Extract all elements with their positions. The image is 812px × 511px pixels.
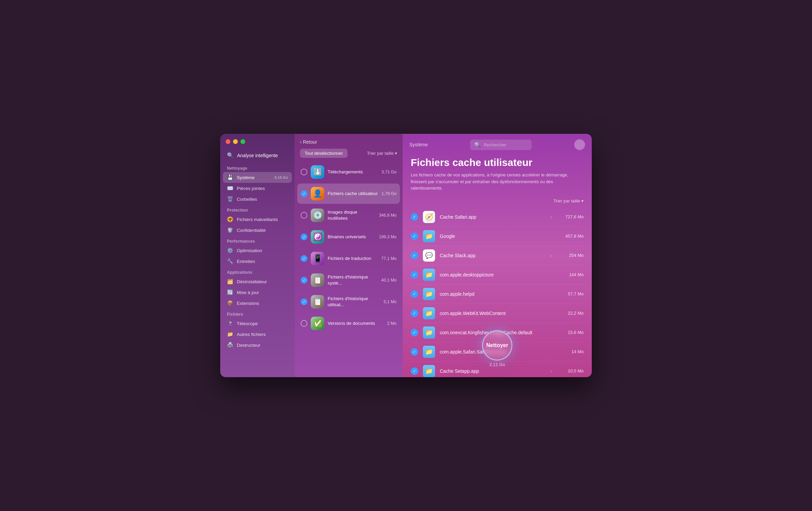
check-safebrowsing[interactable]: ✓ (411, 348, 418, 356)
sidebar-item-corbeilles[interactable]: 🗑️ Corbeilles (223, 194, 292, 204)
binaires-icon: ☯️ (311, 230, 324, 244)
back-button[interactable]: ‹ Retour (300, 139, 317, 145)
optimisation-label: Optimisation (237, 248, 262, 253)
maximize-button[interactable] (240, 139, 245, 144)
detail-item-slack[interactable]: ✓ 💬 Cache Slack.app › 254 Mo (411, 246, 584, 265)
sidebar-item-destructeur[interactable]: 🖨️ Destructeur (223, 340, 292, 350)
extensions-label: Extensions (237, 301, 259, 306)
check-historique-sys[interactable]: ✓ (301, 277, 307, 284)
destructeur-label: Destructeur (237, 343, 260, 348)
sidebar-item-optimisation[interactable]: ⚙️ Optimisation (223, 245, 292, 256)
safebrowsing-size: 14 Mo (557, 349, 584, 354)
check-historique-user[interactable]: ✓ (301, 298, 307, 305)
detail-item-desktoppicture[interactable]: ✓ 📁 com.apple.desktoppicture 144 Mo (411, 265, 584, 285)
systeme-label: Système (237, 175, 255, 180)
check-slack[interactable]: ✓ (411, 252, 418, 259)
close-button[interactable] (226, 139, 230, 144)
setapp-arrow-icon: › (550, 368, 552, 374)
avatar-button[interactable] (574, 139, 585, 150)
telechargements-icon: ⬇️ (311, 165, 324, 179)
list-item-binaires[interactable]: ✓ ☯️ Binaires universels 199,3 Mo (297, 227, 400, 247)
list-item-historique-user[interactable]: ✓ 📋 Fichiers d'historique utilisat... 5,… (297, 292, 400, 312)
sidebar-item-smart-scan[interactable]: 🔍 Analyse intelligente (223, 149, 292, 161)
list-item-versions-docs[interactable]: ✅ Versions de documents 2 Mo (297, 313, 400, 334)
sidebar-item-autres-fichiers[interactable]: 📁 Autres fichiers (223, 329, 292, 340)
fichiers-cache-size: 1,79 Go (382, 191, 397, 196)
sort-button[interactable]: Trier par taille ▾ (367, 151, 397, 156)
minimize-button[interactable] (233, 139, 238, 144)
versions-docs-label: Versions de documents (328, 320, 384, 326)
corbeilles-icon: 🗑️ (227, 196, 233, 202)
destructeur-icon: 🖨️ (227, 342, 233, 348)
telechargements-label: Téléchargements (328, 169, 378, 175)
safebrowsing-icon: 📁 (423, 346, 435, 358)
versions-docs-size: 2 Mo (387, 321, 397, 326)
detail-item-google[interactable]: ✓ 📁 Google 457,8 Mo (411, 227, 584, 246)
clean-button[interactable]: Nettoyer (482, 330, 512, 361)
sidebar-item-malveillants[interactable]: ☣️ Fichiers malveillants (223, 214, 292, 225)
check-safari[interactable]: ✓ (411, 213, 418, 221)
helpd-icon: 📁 (423, 288, 435, 300)
telescope-label: Télescope (237, 321, 258, 326)
list-item-historique-sys[interactable]: ✓ 📋 Fichiers d'historique systè... 40,1 … (297, 270, 400, 290)
binaires-label: Binaires universels (328, 234, 376, 240)
historique-user-label: Fichiers d'historique utilisat... (328, 296, 380, 308)
sidebar-item-entretien[interactable]: 🔧 Entretien (223, 256, 292, 267)
deselect-all-button[interactable]: Tout désélectionner (300, 149, 348, 158)
telechargements-size: 3,71 Go (382, 170, 397, 174)
google-label: Google (440, 234, 552, 239)
webkit-size: 22,2 Mo (557, 311, 584, 316)
middle-toolbar: Tout désélectionner Trier par taille ▾ (295, 149, 403, 162)
sidebar-item-confidentialite[interactable]: 🛡️ Confidentialité (223, 225, 292, 236)
detail-item-safari[interactable]: ✓ 🧭 Cache Safari.app › 727,6 Mo (411, 208, 584, 227)
smart-scan-label: Analyse intelligente (237, 153, 278, 158)
detail-sort-button[interactable]: Trier par taille ▾ (553, 198, 584, 203)
telescope-icon: 🔭 (227, 320, 233, 326)
detail-item-helpd[interactable]: ✓ 📁 com.apple.helpd 57,7 Mo (411, 285, 584, 304)
check-helpd[interactable]: ✓ (411, 290, 418, 298)
sidebar-item-telescope[interactable]: 🔭 Télescope (223, 318, 292, 329)
list-item-traduction[interactable]: ✓ 📱 Fichiers de traduction 77,1 Mo (297, 248, 400, 269)
slack-size: 254 Mo (557, 253, 584, 258)
sidebar-item-pieces-jointes[interactable]: ✉️ Pièces jointes (223, 183, 292, 194)
section-performances: Performances (223, 236, 292, 245)
list-item-fichiers-cache[interactable]: ✓ 👤 Fichiers cache utilisateur 1,79 Go (297, 184, 400, 204)
middle-header: ‹ Retour (295, 134, 403, 149)
check-telechargements[interactable] (301, 169, 307, 175)
helpd-label: com.apple.helpd (440, 291, 552, 297)
smart-scan-icon: 🔍 (227, 152, 234, 159)
check-traduction[interactable]: ✓ (301, 255, 307, 262)
check-setapp[interactable]: ✓ (411, 367, 418, 375)
check-desktoppicture[interactable]: ✓ (411, 271, 418, 278)
historique-sys-icon: 📋 (311, 273, 324, 287)
corbeilles-label: Corbeilles (237, 197, 257, 202)
sidebar-item-extensions[interactable]: 📦 Extensions (223, 298, 292, 309)
historique-user-size: 5,1 Mo (384, 299, 397, 304)
webkit-label: com.apple.WebKit.WebContent (440, 311, 552, 316)
check-webkit[interactable]: ✓ (411, 310, 418, 317)
back-label: Retour (303, 139, 317, 145)
check-versions-docs[interactable] (301, 320, 307, 327)
check-binaires[interactable]: ✓ (301, 234, 307, 240)
list-item-telechargements[interactable]: ⬇️ Téléchargements 3,71 Go (297, 162, 400, 182)
traduction-label: Fichiers de traduction (328, 256, 378, 262)
malveillants-icon: ☣️ (227, 216, 233, 222)
page-title: Fichiers cache utilisateur (411, 157, 584, 168)
search-input[interactable] (484, 142, 528, 147)
right-panel: Système 🔍 Fichiers cache utilisateur Les… (403, 134, 592, 377)
check-kingfisher[interactable]: ✓ (411, 329, 418, 336)
check-google[interactable]: ✓ (411, 233, 418, 240)
sidebar-item-desinstallateur[interactable]: 🗂️ Désinstallateur (223, 276, 292, 287)
list-item-images-disque[interactable]: 💿 Images disque inutilisées 346,8 Mo (297, 205, 400, 225)
detail-item-webkit[interactable]: ✓ 📁 com.apple.WebKit.WebContent 22,2 Mo (411, 304, 584, 323)
google-size: 457,8 Mo (557, 234, 584, 239)
confidentialite-label: Confidentialité (237, 228, 266, 233)
middle-panel: ‹ Retour Tout désélectionner Trier par t… (295, 134, 403, 377)
check-images-disque[interactable] (301, 212, 307, 219)
sidebar-item-systeme[interactable]: 💾 Système 6,16 Go (223, 172, 292, 183)
malveillants-label: Fichiers malveillants (237, 217, 278, 222)
setapp-label: Cache Setapp.app (440, 368, 545, 374)
traduction-icon: 📱 (311, 252, 324, 265)
check-fichiers-cache[interactable]: ✓ (301, 190, 307, 197)
sidebar-item-mise-a-jour[interactable]: 🔄 Mise à jour (223, 287, 292, 298)
